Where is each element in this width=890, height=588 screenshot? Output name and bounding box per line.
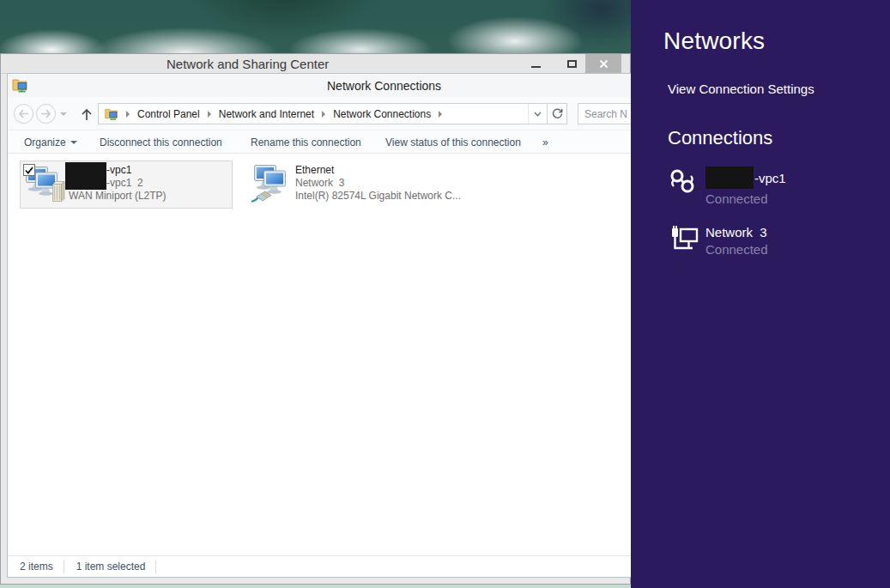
checkmark-icon: [25, 167, 33, 174]
maximize-icon: [567, 60, 577, 68]
connections-heading: Connections: [668, 127, 772, 149]
titlebar[interactable]: Network Connections: [8, 74, 631, 97]
forward-button[interactable]: [36, 104, 56, 124]
refresh-icon: [552, 108, 563, 119]
items-count: 2 items: [8, 561, 64, 573]
view-status-button[interactable]: View status of this connection: [385, 136, 521, 149]
connection-device: WAN Miniport (L2TP): [69, 190, 166, 202]
breadcrumb-separator-icon: [322, 111, 325, 118]
titlebar[interactable]: Network and Sharing Center: [1, 54, 630, 74]
minimize-button[interactable]: [521, 54, 550, 73]
close-button[interactable]: [585, 54, 621, 73]
status-bar: 2 items 1 item selected: [8, 555, 631, 577]
connection-status: Connected: [705, 242, 768, 257]
caret-down-icon: [70, 141, 77, 144]
up-button[interactable]: [78, 106, 95, 123]
address-dropdown-button[interactable]: [528, 104, 547, 124]
refresh-button[interactable]: [547, 104, 566, 124]
view-connection-settings-link[interactable]: View Connection Settings: [668, 82, 814, 96]
breadcrumb-control-panel[interactable]: Control Panel: [137, 108, 200, 120]
panel-title: Networks: [663, 27, 765, 55]
networks-flyout-panel: Networks View Connection Settings Connec…: [631, 0, 890, 588]
network-name: Network 3: [705, 225, 768, 239]
rename-connection-button[interactable]: Rename this connection: [251, 136, 361, 149]
breadcrumb-location-icon: [104, 106, 118, 121]
connection-device: Intel(R) 82574L Gigabit Network C...: [295, 190, 461, 202]
breadcrumb-separator-icon: [208, 111, 211, 118]
ethernet-adapter-icon: [251, 163, 294, 204]
organize-label: Organize: [24, 136, 66, 149]
connection-network: Network 3: [295, 177, 344, 189]
address-bar-row: Control Panel Network and Internet Netwo…: [8, 97, 631, 130]
recent-pages-dropdown[interactable]: [60, 112, 67, 116]
back-arrow-icon: [18, 109, 29, 118]
breadcrumb-network-connections[interactable]: Network Connections: [333, 108, 431, 120]
up-arrow-icon: [81, 108, 93, 121]
panel-item-network-3[interactable]: Network 3 Connected: [668, 225, 768, 257]
maximize-button[interactable]: [557, 54, 586, 73]
organize-button[interactable]: Organize: [24, 136, 77, 149]
connection-name: Ethernet: [295, 164, 334, 176]
disconnect-connection-button[interactable]: Disconnect this connection: [100, 136, 222, 149]
breadcrumb-separator-icon: [126, 111, 130, 118]
command-toolbar: Organize Disconnect this connection Rena…: [8, 130, 631, 154]
redaction-box: [705, 167, 754, 189]
item-checkbox[interactable]: [23, 164, 35, 176]
chevron-down-icon: [534, 112, 542, 117]
vpn-icon: [668, 167, 697, 197]
breadcrumb-separator-icon: [439, 111, 442, 118]
connection-secondary: -vpc1 2: [106, 177, 143, 189]
list-item-vpn-connection[interactable]: -vpc1 -vpc1 2 WAN Miniport (L2TP): [20, 161, 233, 209]
window-title: Network and Sharing Center: [166, 57, 329, 71]
back-button[interactable]: [14, 104, 33, 124]
minimize-icon: [531, 66, 541, 68]
network-connections-icon: [11, 76, 28, 94]
network-name: -vpc1: [754, 171, 786, 185]
wired-network-icon: [668, 225, 699, 254]
redaction-box: [65, 162, 106, 190]
network-connections-window: Network Connections Control Panel Netwo: [7, 73, 631, 578]
list-item-ethernet[interactable]: Ethernet Network 3 Intel(R) 82574L Gigab…: [245, 161, 465, 209]
connections-list: -vpc1 -vpc1 2 WAN Miniport (L2TP): [8, 154, 631, 557]
close-icon: [599, 59, 608, 69]
forward-arrow-icon: [40, 109, 51, 118]
address-bar[interactable]: Control Panel Network and Internet Netwo…: [98, 103, 567, 124]
connection-status: Connected: [705, 191, 786, 206]
connection-name: -vpc1: [106, 164, 131, 176]
selection-count: 1 item selected: [64, 561, 156, 573]
panel-item-vpn[interactable]: -vpc1 Connected: [668, 167, 786, 206]
status-divider: [155, 561, 156, 573]
window-title: Network Connections: [327, 79, 441, 93]
more-commands-button[interactable]: »: [542, 136, 548, 149]
breadcrumb-network-and-internet[interactable]: Network and Internet: [219, 108, 314, 120]
